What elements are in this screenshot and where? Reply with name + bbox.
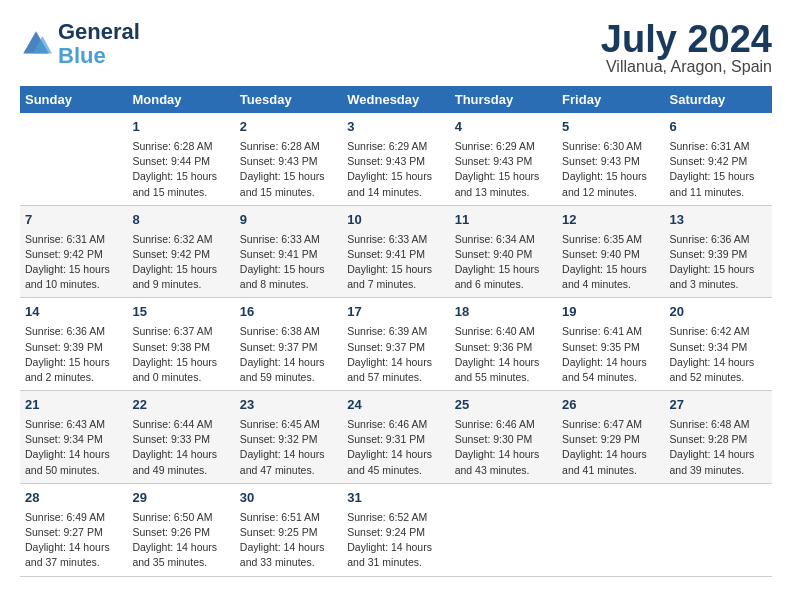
day-info: Sunrise: 6:49 AMSunset: 9:27 PMDaylight:… bbox=[25, 510, 122, 571]
page-header: General Blue July 2024 Villanua, Aragon,… bbox=[20, 20, 772, 76]
logo-line2: Blue bbox=[58, 44, 140, 68]
day-number: 28 bbox=[25, 489, 122, 508]
calendar-cell: 14Sunrise: 6:36 AMSunset: 9:39 PMDayligh… bbox=[20, 298, 127, 391]
calendar-cell: 6Sunrise: 6:31 AMSunset: 9:42 PMDaylight… bbox=[665, 113, 772, 205]
calendar-cell: 23Sunrise: 6:45 AMSunset: 9:32 PMDayligh… bbox=[235, 391, 342, 484]
day-header-monday: Monday bbox=[127, 86, 234, 113]
calendar-week-4: 21Sunrise: 6:43 AMSunset: 9:34 PMDayligh… bbox=[20, 391, 772, 484]
day-info: Sunrise: 6:39 AMSunset: 9:37 PMDaylight:… bbox=[347, 324, 444, 385]
day-number: 24 bbox=[347, 396, 444, 415]
day-info: Sunrise: 6:30 AMSunset: 9:43 PMDaylight:… bbox=[562, 139, 659, 200]
day-number: 13 bbox=[670, 211, 767, 230]
day-number: 1 bbox=[132, 118, 229, 137]
calendar-cell: 2Sunrise: 6:28 AMSunset: 9:43 PMDaylight… bbox=[235, 113, 342, 205]
day-info: Sunrise: 6:36 AMSunset: 9:39 PMDaylight:… bbox=[25, 324, 122, 385]
logo-icon bbox=[20, 28, 52, 60]
day-number: 26 bbox=[562, 396, 659, 415]
calendar-cell: 26Sunrise: 6:47 AMSunset: 9:29 PMDayligh… bbox=[557, 391, 664, 484]
calendar-cell: 3Sunrise: 6:29 AMSunset: 9:43 PMDaylight… bbox=[342, 113, 449, 205]
calendar-cell bbox=[20, 113, 127, 205]
calendar-cell: 5Sunrise: 6:30 AMSunset: 9:43 PMDaylight… bbox=[557, 113, 664, 205]
calendar-table: SundayMondayTuesdayWednesdayThursdayFrid… bbox=[20, 86, 772, 577]
calendar-cell: 8Sunrise: 6:32 AMSunset: 9:42 PMDaylight… bbox=[127, 205, 234, 298]
day-info: Sunrise: 6:38 AMSunset: 9:37 PMDaylight:… bbox=[240, 324, 337, 385]
day-info: Sunrise: 6:42 AMSunset: 9:34 PMDaylight:… bbox=[670, 324, 767, 385]
day-number: 16 bbox=[240, 303, 337, 322]
calendar-cell bbox=[665, 483, 772, 576]
calendar-cell bbox=[450, 483, 557, 576]
calendar-cell: 27Sunrise: 6:48 AMSunset: 9:28 PMDayligh… bbox=[665, 391, 772, 484]
calendar-week-1: 1Sunrise: 6:28 AMSunset: 9:44 PMDaylight… bbox=[20, 113, 772, 205]
days-of-week-row: SundayMondayTuesdayWednesdayThursdayFrid… bbox=[20, 86, 772, 113]
day-number: 8 bbox=[132, 211, 229, 230]
day-info: Sunrise: 6:40 AMSunset: 9:36 PMDaylight:… bbox=[455, 324, 552, 385]
calendar-cell: 31Sunrise: 6:52 AMSunset: 9:24 PMDayligh… bbox=[342, 483, 449, 576]
calendar-cell: 30Sunrise: 6:51 AMSunset: 9:25 PMDayligh… bbox=[235, 483, 342, 576]
day-info: Sunrise: 6:52 AMSunset: 9:24 PMDaylight:… bbox=[347, 510, 444, 571]
calendar-cell: 12Sunrise: 6:35 AMSunset: 9:40 PMDayligh… bbox=[557, 205, 664, 298]
day-info: Sunrise: 6:36 AMSunset: 9:39 PMDaylight:… bbox=[670, 232, 767, 293]
calendar-cell: 17Sunrise: 6:39 AMSunset: 9:37 PMDayligh… bbox=[342, 298, 449, 391]
day-header-thursday: Thursday bbox=[450, 86, 557, 113]
logo: General Blue bbox=[20, 20, 140, 68]
day-number: 5 bbox=[562, 118, 659, 137]
calendar-week-2: 7Sunrise: 6:31 AMSunset: 9:42 PMDaylight… bbox=[20, 205, 772, 298]
day-number: 30 bbox=[240, 489, 337, 508]
day-number: 22 bbox=[132, 396, 229, 415]
day-info: Sunrise: 6:48 AMSunset: 9:28 PMDaylight:… bbox=[670, 417, 767, 478]
calendar-cell: 18Sunrise: 6:40 AMSunset: 9:36 PMDayligh… bbox=[450, 298, 557, 391]
calendar-body: 1Sunrise: 6:28 AMSunset: 9:44 PMDaylight… bbox=[20, 113, 772, 576]
day-number: 7 bbox=[25, 211, 122, 230]
day-info: Sunrise: 6:29 AMSunset: 9:43 PMDaylight:… bbox=[455, 139, 552, 200]
day-header-saturday: Saturday bbox=[665, 86, 772, 113]
day-info: Sunrise: 6:28 AMSunset: 9:44 PMDaylight:… bbox=[132, 139, 229, 200]
day-header-wednesday: Wednesday bbox=[342, 86, 449, 113]
calendar-cell: 25Sunrise: 6:46 AMSunset: 9:30 PMDayligh… bbox=[450, 391, 557, 484]
calendar-cell: 22Sunrise: 6:44 AMSunset: 9:33 PMDayligh… bbox=[127, 391, 234, 484]
calendar-cell: 16Sunrise: 6:38 AMSunset: 9:37 PMDayligh… bbox=[235, 298, 342, 391]
day-number: 3 bbox=[347, 118, 444, 137]
logo-line1: General bbox=[58, 20, 140, 44]
calendar-cell: 11Sunrise: 6:34 AMSunset: 9:40 PMDayligh… bbox=[450, 205, 557, 298]
day-info: Sunrise: 6:32 AMSunset: 9:42 PMDaylight:… bbox=[132, 232, 229, 293]
day-header-sunday: Sunday bbox=[20, 86, 127, 113]
day-info: Sunrise: 6:34 AMSunset: 9:40 PMDaylight:… bbox=[455, 232, 552, 293]
day-info: Sunrise: 6:47 AMSunset: 9:29 PMDaylight:… bbox=[562, 417, 659, 478]
day-info: Sunrise: 6:37 AMSunset: 9:38 PMDaylight:… bbox=[132, 324, 229, 385]
day-info: Sunrise: 6:28 AMSunset: 9:43 PMDaylight:… bbox=[240, 139, 337, 200]
day-number: 31 bbox=[347, 489, 444, 508]
day-number: 4 bbox=[455, 118, 552, 137]
day-number: 9 bbox=[240, 211, 337, 230]
day-number: 17 bbox=[347, 303, 444, 322]
day-number: 27 bbox=[670, 396, 767, 415]
calendar-header: SundayMondayTuesdayWednesdayThursdayFrid… bbox=[20, 86, 772, 113]
calendar-cell: 10Sunrise: 6:33 AMSunset: 9:41 PMDayligh… bbox=[342, 205, 449, 298]
calendar-cell: 1Sunrise: 6:28 AMSunset: 9:44 PMDaylight… bbox=[127, 113, 234, 205]
day-number: 23 bbox=[240, 396, 337, 415]
day-info: Sunrise: 6:50 AMSunset: 9:26 PMDaylight:… bbox=[132, 510, 229, 571]
calendar-cell: 7Sunrise: 6:31 AMSunset: 9:42 PMDaylight… bbox=[20, 205, 127, 298]
day-info: Sunrise: 6:44 AMSunset: 9:33 PMDaylight:… bbox=[132, 417, 229, 478]
main-title: July 2024 bbox=[601, 20, 772, 58]
calendar-cell: 19Sunrise: 6:41 AMSunset: 9:35 PMDayligh… bbox=[557, 298, 664, 391]
day-number: 10 bbox=[347, 211, 444, 230]
day-number: 20 bbox=[670, 303, 767, 322]
day-number: 15 bbox=[132, 303, 229, 322]
day-number: 11 bbox=[455, 211, 552, 230]
calendar-cell bbox=[557, 483, 664, 576]
day-info: Sunrise: 6:41 AMSunset: 9:35 PMDaylight:… bbox=[562, 324, 659, 385]
day-header-friday: Friday bbox=[557, 86, 664, 113]
day-number: 18 bbox=[455, 303, 552, 322]
calendar-cell: 21Sunrise: 6:43 AMSunset: 9:34 PMDayligh… bbox=[20, 391, 127, 484]
day-info: Sunrise: 6:31 AMSunset: 9:42 PMDaylight:… bbox=[670, 139, 767, 200]
calendar-cell: 4Sunrise: 6:29 AMSunset: 9:43 PMDaylight… bbox=[450, 113, 557, 205]
day-number: 21 bbox=[25, 396, 122, 415]
day-info: Sunrise: 6:33 AMSunset: 9:41 PMDaylight:… bbox=[347, 232, 444, 293]
day-header-tuesday: Tuesday bbox=[235, 86, 342, 113]
day-info: Sunrise: 6:29 AMSunset: 9:43 PMDaylight:… bbox=[347, 139, 444, 200]
day-info: Sunrise: 6:31 AMSunset: 9:42 PMDaylight:… bbox=[25, 232, 122, 293]
day-info: Sunrise: 6:46 AMSunset: 9:30 PMDaylight:… bbox=[455, 417, 552, 478]
day-number: 12 bbox=[562, 211, 659, 230]
calendar-cell: 29Sunrise: 6:50 AMSunset: 9:26 PMDayligh… bbox=[127, 483, 234, 576]
day-number: 19 bbox=[562, 303, 659, 322]
